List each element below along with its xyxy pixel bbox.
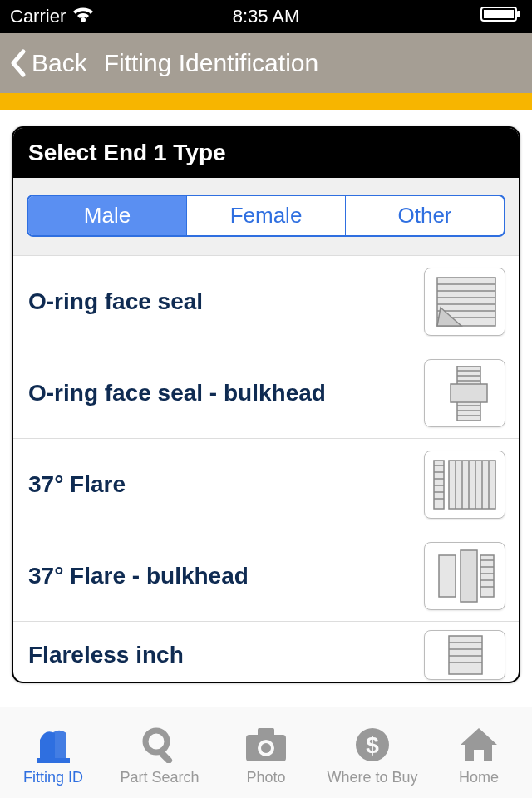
tab-label: Home — [459, 769, 499, 786]
list-item[interactable]: 37° Flare — [13, 439, 519, 530]
tab-label: Fitting ID — [23, 769, 83, 786]
home-icon — [456, 724, 502, 766]
segment-male[interactable]: Male — [28, 196, 187, 235]
list-item-label: O-ring face seal — [28, 288, 203, 315]
list-item-label: 37° Flare - bulkhead — [28, 563, 249, 589]
status-left: Carrier — [10, 6, 143, 27]
svg-rect-34 — [461, 550, 477, 602]
dollar-icon: $ — [349, 724, 396, 766]
list-item[interactable]: O-ring face seal - bulkhead — [13, 347, 519, 439]
svg-rect-18 — [451, 384, 487, 402]
page-title: Fitting Identification — [104, 49, 318, 77]
selection-card: Select End 1 Type Male Female Other O-ri… — [12, 126, 520, 683]
search-icon — [136, 724, 183, 766]
segmented-control: Male Female Other — [27, 195, 505, 237]
back-label: Back — [32, 49, 87, 77]
tab-bar: Fitting ID Part Search Photo $ Where to … — [0, 707, 532, 798]
tab-part-search[interactable]: Part Search — [110, 724, 209, 786]
camera-icon — [243, 724, 289, 766]
accent-strip — [0, 93, 532, 110]
list-item-label: 37° Flare — [28, 471, 126, 498]
list-item[interactable]: Flareless inch — [13, 622, 519, 683]
tab-where-to-buy[interactable]: $ Where to Buy — [323, 724, 422, 786]
spacer — [0, 110, 532, 126]
svg-point-47 — [145, 731, 167, 752]
status-time: 8:35 AM — [233, 6, 300, 27]
tab-label: Part Search — [120, 769, 199, 786]
list-item[interactable]: O-ring face seal — [13, 256, 519, 347]
tab-label: Where to Buy — [327, 769, 417, 786]
segment-other[interactable]: Other — [346, 196, 504, 235]
svg-rect-19 — [434, 461, 444, 509]
tab-photo[interactable]: Photo — [216, 724, 316, 786]
back-button[interactable]: Back — [0, 47, 87, 80]
fitting-list: O-ring face seal O-ring face seal - bulk… — [13, 256, 519, 683]
fitting-thumbnail — [424, 542, 505, 610]
svg-rect-35 — [480, 555, 494, 597]
tab-home[interactable]: Home — [429, 724, 529, 786]
fitting-thumbnail — [424, 359, 505, 427]
fitting-id-icon — [30, 724, 76, 766]
segment-female[interactable]: Female — [187, 196, 346, 235]
fitting-thumbnail — [424, 451, 505, 519]
list-item[interactable]: 37° Flare - bulkhead — [13, 530, 519, 622]
tab-label: Photo — [246, 769, 285, 786]
list-item-label: O-ring face seal - bulkhead — [28, 380, 326, 406]
status-bar: Carrier 8:35 AM — [0, 0, 532, 33]
svg-rect-2 — [484, 10, 514, 18]
status-right — [389, 6, 522, 27]
segmented-area: Male Female Other — [13, 178, 519, 256]
svg-text:$: $ — [366, 732, 379, 758]
list-item-label: Flareless inch — [28, 642, 184, 668]
tab-fitting-id[interactable]: Fitting ID — [3, 724, 103, 786]
card-title: Select End 1 Type — [13, 128, 519, 178]
fitting-thumbnail — [424, 268, 505, 336]
svg-rect-33 — [439, 555, 456, 597]
svg-rect-46 — [37, 758, 70, 763]
svg-point-52 — [261, 743, 271, 753]
wifi-icon — [72, 6, 94, 27]
svg-rect-41 — [449, 636, 482, 674]
svg-rect-50 — [258, 728, 274, 736]
svg-rect-1 — [517, 11, 520, 17]
nav-bar: Back Fitting Identification — [0, 33, 532, 93]
chevron-left-icon — [7, 47, 28, 80]
carrier-label: Carrier — [10, 6, 66, 27]
fitting-thumbnail — [424, 630, 505, 680]
battery-icon — [480, 6, 522, 27]
